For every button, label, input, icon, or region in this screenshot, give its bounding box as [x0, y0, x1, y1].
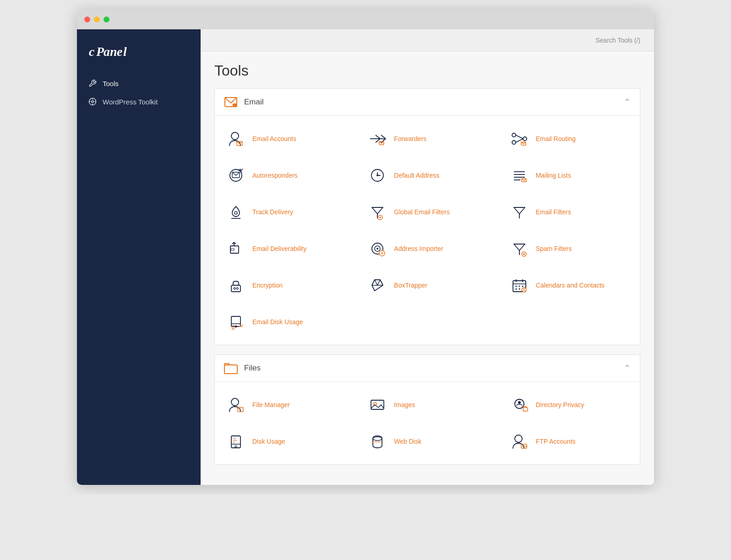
email-section-title: Email	[244, 98, 264, 107]
web-disk-label: Web Disk	[394, 438, 421, 445]
address-importer-label: Address Importer	[394, 245, 443, 252]
top-bar: Search Tools (/)	[201, 29, 654, 51]
files-section-title: Files	[244, 364, 261, 373]
sidebar-item-wordpress-label: WordPress Toolkit	[103, 98, 158, 106]
disk-usage-item[interactable]: Disk Usage	[215, 423, 356, 460]
forwarders-label: Forwarders	[394, 135, 426, 142]
search-tools-link[interactable]: Search Tools (/)	[595, 37, 640, 44]
images-item[interactable]: Images	[356, 386, 498, 423]
encryption-item[interactable]: Encryption	[215, 267, 356, 304]
svg-rect-75	[371, 400, 384, 409]
autoresponders-label: Autoresponders	[252, 172, 298, 179]
app-window: c P a n e l Tools	[77, 9, 654, 485]
files-chevron-icon: ⌃	[624, 363, 631, 373]
boxtrapper-icon	[367, 275, 387, 295]
svg-text:e: e	[117, 44, 122, 59]
cpanel-logo-svg: c P a n e l	[88, 43, 143, 60]
address-importer-item[interactable]: Address Importer	[356, 230, 498, 267]
boxtrapper-item[interactable]: BoxTrapper	[356, 267, 498, 304]
svg-point-73	[231, 398, 239, 406]
calendars-contacts-icon	[509, 275, 529, 295]
files-section-icon	[224, 361, 238, 375]
email-accounts-item[interactable]: Email Accounts	[215, 120, 356, 157]
email-disk-usage-icon	[226, 312, 246, 332]
track-delivery-label: Track Delivery	[252, 208, 293, 216]
mailing-lists-icon	[509, 165, 529, 185]
sidebar-item-tools[interactable]: Tools	[77, 74, 201, 92]
page-title: Tools	[214, 62, 640, 79]
email-chevron-icon: ⌃	[624, 97, 631, 107]
email-deliverability-item[interactable]: Email Deliverability	[215, 230, 356, 267]
address-importer-icon	[367, 239, 387, 259]
svg-point-42	[376, 248, 378, 250]
email-disk-usage-item[interactable]: Email Disk Usage	[215, 304, 356, 340]
disk-usage-icon	[226, 431, 246, 451]
encryption-label: Encryption	[252, 282, 283, 289]
maximize-button[interactable]	[104, 16, 109, 22]
file-manager-icon	[226, 395, 246, 415]
directory-privacy-label: Directory Privacy	[536, 401, 584, 408]
svg-point-15	[512, 133, 516, 137]
close-button[interactable]	[84, 16, 90, 22]
svg-point-17	[523, 137, 527, 141]
directory-privacy-icon	[509, 395, 529, 415]
email-filters-item[interactable]: Email Filters	[498, 194, 640, 230]
svg-point-63	[515, 288, 517, 290]
spam-filters-item[interactable]: Spam Filters	[498, 230, 640, 267]
svg-text:l: l	[123, 44, 127, 59]
ftp-accounts-icon: FTP	[509, 431, 529, 451]
svg-point-82	[235, 446, 237, 447]
email-section-header[interactable]: Email ⌃	[215, 89, 640, 116]
email-routing-label: Email Routing	[536, 135, 576, 142]
sidebar-item-wordpress-toolkit[interactable]: WordPress Toolkit	[77, 92, 201, 111]
email-accounts-icon	[226, 129, 246, 149]
svg-point-64	[518, 288, 520, 290]
svg-point-78	[518, 401, 521, 404]
calendars-contacts-label: Calendars and Contacts	[536, 282, 605, 289]
default-address-item[interactable]: Default Address	[356, 157, 498, 194]
mailing-lists-item[interactable]: Mailing Lists	[498, 157, 640, 194]
sidebar: c P a n e l Tools	[77, 29, 201, 485]
svg-rect-39	[231, 249, 234, 250]
email-section-header-left: Email	[224, 95, 264, 109]
autoresponders-icon	[226, 165, 246, 185]
mailing-lists-label: Mailing Lists	[536, 172, 571, 179]
svg-rect-72	[224, 365, 237, 374]
disk-usage-label: Disk Usage	[252, 438, 285, 445]
global-email-filters-item[interactable]: Global Email Filters	[356, 194, 498, 230]
email-filters-label: Email Filters	[536, 208, 571, 216]
main-content: Search Tools (/) Tools	[201, 29, 654, 485]
autoresponders-item[interactable]: Autoresponders	[215, 157, 356, 194]
svg-point-66	[523, 288, 524, 290]
svg-point-51	[234, 288, 235, 289]
ftp-accounts-item[interactable]: FTP FTP Accounts	[498, 423, 640, 460]
calendars-contacts-item[interactable]: Calendars and Contacts	[498, 267, 640, 304]
svg-point-10	[231, 132, 239, 140]
email-disk-usage-label: Email Disk Usage	[252, 318, 303, 326]
svg-point-88	[515, 435, 522, 442]
minimize-button[interactable]	[94, 16, 100, 22]
app-layout: c P a n e l Tools	[77, 29, 654, 485]
svg-point-52	[236, 288, 238, 289]
email-section-icon	[224, 95, 238, 109]
svg-point-28	[235, 212, 237, 214]
svg-rect-80	[231, 436, 240, 448]
file-manager-item[interactable]: File Manager	[215, 386, 356, 423]
files-section-header[interactable]: Files ⌃	[215, 355, 640, 382]
email-routing-item[interactable]: Email Routing	[498, 120, 640, 157]
svg-point-60	[515, 286, 517, 287]
svg-line-54	[375, 280, 377, 285]
track-delivery-item[interactable]: Track Delivery	[215, 194, 356, 230]
web-disk-item[interactable]: Web Disk	[356, 423, 498, 460]
global-email-filters-label: Global Email Filters	[394, 208, 449, 216]
images-label: Images	[394, 401, 415, 408]
titlebar	[77, 9, 654, 29]
wordpress-icon	[88, 97, 97, 106]
email-deliverability-label: Email Deliverability	[252, 245, 306, 252]
forwarders-item[interactable]: Forwarders	[356, 120, 498, 157]
directory-privacy-item[interactable]: Directory Privacy	[498, 386, 640, 423]
svg-point-62	[522, 286, 523, 287]
email-tools-grid: Email Accounts	[215, 116, 640, 345]
email-routing-icon	[509, 129, 529, 149]
global-email-filters-icon	[367, 202, 387, 222]
